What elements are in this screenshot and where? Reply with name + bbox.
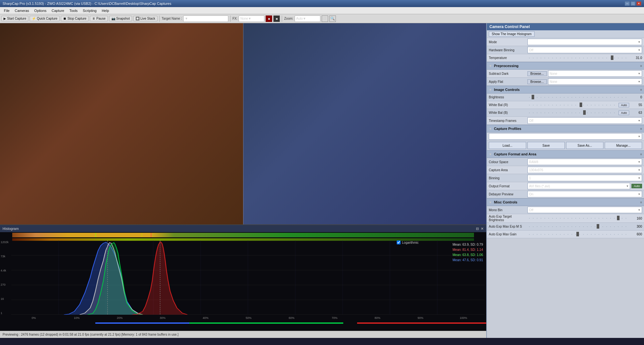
histogram-title: Histogram xyxy=(3,227,19,231)
menu-capture[interactable]: Capture xyxy=(49,8,67,13)
white-bal-r-control: Auto 55 xyxy=(527,103,642,107)
close-button[interactable]: ✕ xyxy=(636,1,641,6)
zoom-fit-icon[interactable]: ⊡ xyxy=(322,15,328,22)
channel-marker-bar xyxy=(12,322,474,324)
save-profile-button[interactable]: Save xyxy=(527,142,565,149)
auto-exp-max-ms-slider[interactable] xyxy=(527,224,629,229)
y-label-0: 1202k xyxy=(1,241,9,244)
fx-label: FX: xyxy=(232,17,238,20)
histogram-close-icon[interactable]: ⊟ xyxy=(476,227,479,231)
capture-format-collapse-icon[interactable]: ▼ xyxy=(489,153,492,156)
menu-tools[interactable]: Tools xyxy=(67,8,80,13)
menu-scripting[interactable]: Scripting xyxy=(80,8,99,13)
zoom-dropdown[interactable]: Auto ▼ xyxy=(295,15,320,22)
white-bal-b-row: White Bal (B) Auto 63 xyxy=(487,109,644,117)
temperature-slider[interactable] xyxy=(527,56,629,60)
logarithmic-checkbox[interactable] xyxy=(397,241,401,244)
white-bal-b-slider[interactable] xyxy=(527,111,617,115)
colour-space-label: Colour Space xyxy=(489,160,527,164)
mono-bin-control: Off ▼ xyxy=(527,207,642,213)
misc-controls-title: Misc Controls xyxy=(494,200,638,204)
binning-label: Binning xyxy=(489,176,527,180)
brightness-control: 0 xyxy=(527,95,642,100)
quick-capture-button[interactable]: ⚡ Quick Capture xyxy=(30,16,60,21)
stop-capture-button[interactable]: ⏹ Stop Capture xyxy=(61,16,89,21)
x-label-4: 40% xyxy=(184,316,227,320)
image-area: Histogram ⊟ ✕ xyxy=(0,23,486,338)
white-bal-r-slider[interactable] xyxy=(527,103,617,107)
y-label-1: 73k xyxy=(1,255,9,258)
show-histogram-button[interactable]: Show The Image Histogram xyxy=(489,31,535,37)
brightness-value: 0 xyxy=(630,95,642,99)
right-panel-title: Camera Control Panel xyxy=(487,23,644,30)
histogram-pin-icon[interactable]: ✕ xyxy=(481,227,484,231)
capture-area-dropdown[interactable]: 1304x976 ▼ xyxy=(527,167,642,173)
title-bar-controls: ─ □ ✕ xyxy=(625,1,641,6)
apply-flat-browse[interactable]: Browse... xyxy=(527,79,547,84)
menu-help[interactable]: Help xyxy=(99,8,112,13)
brightness-slider[interactable] xyxy=(527,95,629,100)
color-icon-1[interactable]: ■ xyxy=(266,15,272,22)
toolbar-separator-2 xyxy=(230,15,231,22)
pause-button[interactable]: ⏸ Pause xyxy=(90,16,108,21)
menu-cameras[interactable]: Cameras xyxy=(12,8,32,13)
white-bal-r-auto[interactable]: Auto xyxy=(619,103,629,107)
target-name-input[interactable]: ▼ xyxy=(183,15,228,22)
fx-dropdown[interactable]: None ▼ xyxy=(239,15,264,22)
color-icon-2[interactable]: ■ xyxy=(273,15,280,22)
capture-profiles-collapse-icon[interactable]: ▼ xyxy=(489,127,492,131)
debayer-preview-dropdown[interactable]: On ▼ xyxy=(527,191,642,197)
temperature-row: Temperature 31.0 xyxy=(487,54,644,62)
auto-exp-max-ms-label: Auto Exp Max Exp M S xyxy=(489,225,527,228)
image-controls-menu-icon[interactable]: ≡ xyxy=(640,88,642,92)
title-bar: SharpCap Pro (v3.1.5193) - ZWO ASI224MC … xyxy=(0,0,644,7)
timestamp-frames-label: Timestamp Frames xyxy=(489,119,527,123)
maximize-button[interactable]: □ xyxy=(630,1,636,6)
white-bal-b-auto[interactable]: Auto xyxy=(619,111,629,115)
start-capture-button[interactable]: ▶ Start Capture xyxy=(1,16,28,21)
auto-exp-brightness-slider[interactable] xyxy=(527,216,629,221)
timestamp-frames-dropdown[interactable]: Off ▼ xyxy=(527,117,642,124)
profile-selector-row: ▼ xyxy=(487,133,644,141)
hardware-binning-row: Hardware Binning Off ▼ xyxy=(487,46,644,54)
capture-format-menu-icon[interactable]: ≡ xyxy=(640,153,642,156)
minimize-button[interactable]: ─ xyxy=(625,1,630,6)
profile-dropdown[interactable]: ▼ xyxy=(489,133,642,140)
mono-bin-dropdown[interactable]: Off ▼ xyxy=(527,207,642,213)
subtract-dark-dropdown[interactable]: None ▼ xyxy=(548,70,642,77)
apply-flat-dropdown[interactable]: None ▼ xyxy=(548,78,642,85)
live-stack-button[interactable]: 🔲 Live Stack xyxy=(133,16,157,21)
capture-profiles-menu-icon[interactable]: ≡ xyxy=(640,127,642,131)
snapshot-button[interactable]: 📷 Snapshot xyxy=(109,16,132,21)
histogram-stats: Mean: 63.9, SD: 0.79 Mean: 81.4, SD: 1.1… xyxy=(452,242,483,263)
binning-dropdown[interactable]: 1 ▼ xyxy=(527,175,642,181)
white-bal-b-control: Auto 63 xyxy=(527,111,642,115)
svg-rect-1 xyxy=(95,233,96,237)
manage-profiles-button[interactable]: Manage... xyxy=(605,142,642,149)
save-as-profile-button[interactable]: Save As... xyxy=(566,142,603,149)
hardware-binning-dropdown[interactable]: Off ▼ xyxy=(527,47,642,53)
x-label-1: 10% xyxy=(55,316,98,320)
misc-controls-menu-icon[interactable]: ≡ xyxy=(640,201,642,204)
histogram-header-controls: ⊟ ✕ xyxy=(476,227,484,231)
apply-flat-row: Apply Flat Browse... None ▼ xyxy=(487,78,644,86)
auto-exp-brightness-label: Auto Exp Target Brightness xyxy=(489,215,527,222)
white-bal-r-label: White Bal (R) xyxy=(489,103,527,107)
zoom-search-icon[interactable]: 🔍 xyxy=(329,15,336,22)
preprocessing-menu-icon[interactable]: ≡ xyxy=(640,64,642,68)
auto-exp-max-gain-slider[interactable] xyxy=(527,232,629,237)
mode-control: ▼ xyxy=(527,39,642,45)
white-bal-r-value: 55 xyxy=(630,103,642,107)
menu-options[interactable]: Options xyxy=(32,8,49,13)
subtract-dark-browse[interactable]: Browse... xyxy=(527,71,547,76)
load-profile-button[interactable]: Load... xyxy=(489,142,526,149)
mode-row: Mode ▼ xyxy=(487,38,644,46)
menu-file[interactable]: File xyxy=(1,8,12,13)
mode-dropdown[interactable]: ▼ xyxy=(527,39,642,45)
image-controls-collapse-icon[interactable]: ▼ xyxy=(489,88,492,92)
x-label-7: 70% xyxy=(313,316,356,320)
colour-space-dropdown[interactable]: RAW8 ▼ xyxy=(527,159,642,165)
preprocessing-collapse-icon[interactable]: ▼ xyxy=(489,64,492,68)
output-format-dropdown[interactable]: AVI files (*.avi) ▼ xyxy=(527,183,630,189)
misc-controls-collapse-icon[interactable]: ▼ xyxy=(489,201,492,204)
